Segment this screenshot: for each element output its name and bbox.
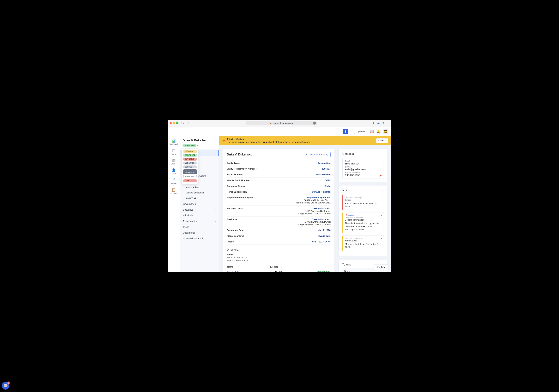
nav-vesting[interactable]: Vesting Schedules: [180, 190, 219, 196]
nav-tasks[interactable]: Tasks: [180, 224, 219, 230]
tasks-icon: ☑: [168, 149, 180, 153]
nav-securities[interactable]: Securities‹: [180, 207, 219, 213]
value: 2305987: [322, 168, 331, 170]
contact-email: elvis@grueber.com: [345, 168, 381, 171]
new-tab-icon[interactable]: ＋: [387, 121, 389, 125]
minimize-window-icon[interactable]: [173, 122, 175, 124]
note-category: Billing: [345, 199, 382, 201]
status-option-pending[interactable]: PENDING: [183, 150, 197, 153]
rail-entities[interactable]: 🏢Entities: [168, 157, 180, 166]
rail-templates[interactable]: 📋Templates: [168, 187, 180, 196]
banner-text: The client maintains a copy of the minut…: [227, 141, 374, 143]
nav-rail: 📊Dashboard ☑Tasks 🏢Entities 👤People 📄Rep…: [168, 136, 180, 272]
rail-label: Templates: [170, 192, 178, 194]
label: Home Jurisdiction:: [227, 191, 247, 193]
add-contact-button[interactable]: ＋: [381, 152, 384, 156]
note-body: Annual Report Due on June 6th, 2021: [345, 202, 382, 208]
nav-documents[interactable]: Documents: [180, 230, 219, 236]
generate-summary-button[interactable]: 🖶 Generate Summary: [303, 152, 331, 157]
value: Invalid date: [318, 235, 331, 237]
nav-audit[interactable]: Audit Trail: [180, 196, 219, 201]
close-window-icon[interactable]: [170, 122, 172, 124]
chevron-down-icon[interactable]: ⌄: [381, 237, 382, 239]
status-option-template[interactable]: TEMPLATE: [183, 175, 197, 178]
field-label: NAME: [345, 160, 381, 162]
rail-tasks[interactable]: ☑Tasks: [168, 147, 180, 156]
table-row: Elizabeth Keen Aug 10, 2021 CONFIRMED: [227, 270, 330, 272]
reports-icon: 📄: [168, 178, 180, 182]
chevron-down-icon[interactable]: ⌄: [381, 196, 382, 198]
download-icon[interactable]: ⭳: [372, 121, 375, 125]
entities-icon: 🏢: [168, 158, 180, 162]
entity-sidebar: Duke & Duke Inc. CONFIRMED ▾ PENDING CON…: [180, 136, 219, 272]
teams-title: Teams: [342, 263, 351, 266]
nav-vmb[interactable]: Virtual Minute Book: [180, 236, 219, 242]
status-option-let-lapse[interactable]: LET LAPSE: [183, 162, 197, 164]
app-header: ⟊ Updates 📖 🔔 🧑: [168, 126, 391, 136]
label: Entity Type:: [227, 162, 240, 164]
status-option-confirmed[interactable]: CONFIRMED: [183, 154, 197, 157]
note-item[interactable]: ⌄ Created about a year ago Minute Book M…: [342, 235, 384, 251]
more-site-icon[interactable]: •••: [313, 121, 316, 125]
dismiss-button[interactable]: Dismiss: [376, 138, 389, 143]
nav-label: Governance: [183, 203, 196, 205]
director-name[interactable]: Elizabeth Keen: [227, 270, 270, 272]
updates-button[interactable]: Updates: [354, 129, 367, 134]
book-icon[interactable]: 📖: [370, 130, 374, 133]
status-option-not-managed[interactable]: NOT MANAGED: [183, 169, 197, 174]
address-line: Calgary Alberta Canada T2R 1L5: [298, 223, 331, 226]
directors-table: Name Elected Elizabeth Keen Aug 10, 2021…: [227, 264, 331, 272]
lock-icon: 🔒: [269, 122, 272, 124]
status-option-delete[interactable]: DELETE: [183, 179, 197, 182]
bell-icon[interactable]: 🔔: [376, 130, 380, 133]
row-formation-date: Formation Date:Jan 1, 2020: [227, 227, 331, 233]
rail-people[interactable]: 👤People: [168, 167, 180, 176]
status-chevron-icon[interactable]: ▾: [197, 144, 198, 147]
chevron-down-icon[interactable]: ⌄: [381, 214, 382, 216]
app-logo-icon[interactable]: ⟊: [343, 129, 348, 134]
notes-panel: Notes ＋ ⌄ Created 2 years ago Billing An…: [338, 185, 388, 256]
contact-phone: 249-236-7853: [345, 174, 381, 177]
address-bar[interactable]: 🔒 demo.athennian.com •••: [246, 121, 317, 125]
status-option-closed[interactable]: CLOSED: [183, 166, 197, 168]
value: Duke: [325, 185, 331, 187]
row-registration-number: Entity Registration Number:2305987: [227, 166, 331, 172]
status-option-outgoing[interactable]: OUTGOING: [183, 158, 197, 160]
rail-label: People: [171, 173, 176, 175]
value: Duke & Duke Inc. 340 12 Avenue Southwest…: [298, 218, 331, 226]
nav-incorporation[interactable]: Incorporation: [180, 184, 219, 190]
value: Yes (TSX, TSX-V): [312, 240, 331, 243]
nav-governance[interactable]: Governance‹: [180, 201, 219, 207]
director-elected: Aug 10, 2021: [270, 270, 300, 272]
status-dropdown: PENDING CONFIRMED OUTGOING LET LAPSE CLO…: [182, 148, 198, 184]
status-badge[interactable]: CONFIRMED: [183, 144, 196, 147]
rail-reports[interactable]: 📄Reports: [168, 177, 180, 186]
sidebar-toggle-icon[interactable]: ☐ ▾: [180, 122, 184, 124]
office-name: Duke & Duke Inc.: [312, 207, 331, 210]
label: Registered Office/Agent:: [227, 196, 253, 199]
note-meta: Created about a year ago: [345, 237, 382, 239]
note-item[interactable]: ⌄ Created 2 years ago Billing Annual Rep…: [342, 195, 384, 210]
language-selector[interactable]: English: [374, 264, 388, 270]
pin-icon[interactable]: 📌: [379, 174, 382, 177]
extension-icon[interactable]: ◉: [377, 121, 380, 125]
maximize-window-icon[interactable]: [176, 122, 178, 124]
note-item[interactable]: ⌄ 📌Pinned Created 4 months ago General I…: [342, 212, 384, 233]
contact-card[interactable]: NAME Elvis Trussell EMAIL elvis@grueber.…: [342, 158, 384, 179]
note-category: Minute Book: [345, 240, 382, 242]
row-tax-id: Tax ID Number:EIN-46346346: [227, 172, 331, 177]
pinned-indicator: 📌Pinned: [345, 214, 382, 216]
notification-dot-icon: [379, 132, 381, 134]
user-avatar[interactable]: 🧑: [383, 129, 388, 134]
label: Entity Registration Number:: [227, 168, 257, 170]
share-icon[interactable]: ⇧: [382, 121, 384, 125]
nav-relationships[interactable]: Relationships‹: [180, 218, 219, 224]
nav-principals[interactable]: Principals: [180, 213, 219, 218]
status-badge: CONFIRMED: [317, 271, 330, 272]
add-note-button[interactable]: ＋: [381, 188, 384, 193]
row-minute-book: Minute Book Number:VMB: [227, 177, 331, 183]
back-button[interactable]: 〈: [186, 121, 190, 125]
label: Company Group:: [227, 185, 245, 187]
rail-label: Reports: [171, 183, 177, 185]
rail-dashboard[interactable]: 📊Dashboard: [168, 137, 180, 147]
